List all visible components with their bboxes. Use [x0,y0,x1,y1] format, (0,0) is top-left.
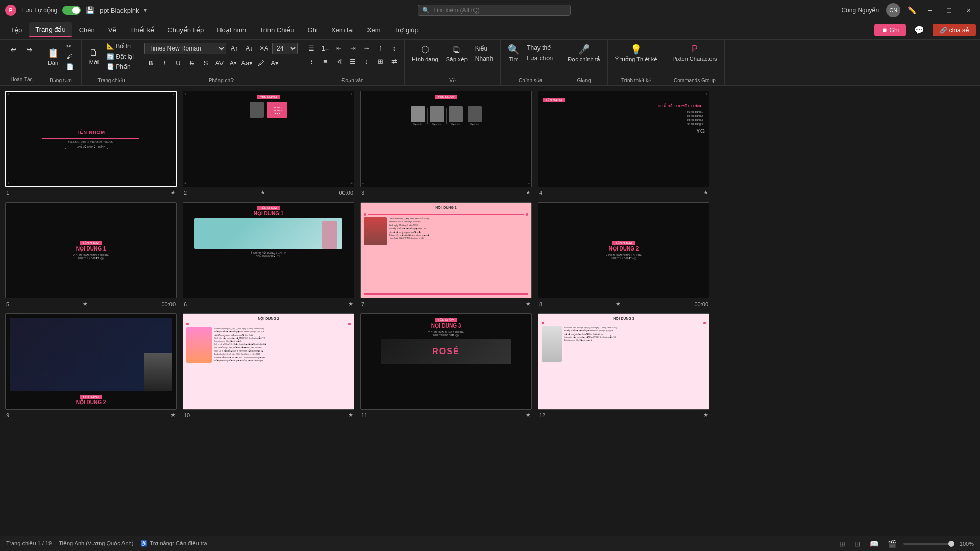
language-info[interactable]: Tiếng Anh (Vương Quốc Anh) [59,540,133,547]
menu-animations[interactable]: Hoạt hình [211,23,252,37]
justify-button[interactable]: ☰ [347,55,359,67]
ideas-button[interactable]: 💡 Ý tưởng Thiết kế [612,42,660,65]
menu-draw[interactable]: Vẽ [102,23,123,37]
menu-record[interactable]: Ghi [302,23,324,37]
char-spacing-button[interactable]: AV [213,57,226,69]
s2-dot-3 [279,113,280,114]
rtl-button[interactable]: ↔ [360,42,373,54]
arrange-button[interactable]: ⧉ Sắp xếp [443,42,471,65]
presenter-view-button[interactable]: 🎬 [886,539,898,549]
select-button[interactable]: Lựa chọn [524,54,556,63]
find-button[interactable]: 🔍 Tìm [505,42,522,64]
autosave-toggle[interactable] [62,6,81,15]
format-painter-button[interactable]: 🖌 [63,52,77,61]
highlight-button[interactable]: 🖊 [255,57,267,69]
shape-button[interactable]: ⬡ Hình dạng [409,42,442,65]
slide-9-meta: 9 ★ [5,412,177,418]
search-bar[interactable]: 🔍 [418,5,571,16]
shadow-button[interactable]: S [200,57,212,69]
reset-button[interactable]: 🔄 Đặt lại [104,52,137,61]
paste-button[interactable]: 📋 Dán [44,45,62,68]
font-size-select[interactable]: 24 [272,43,298,54]
align-left-button[interactable]: ⫶ [305,55,317,67]
strikethrough-button[interactable]: S̶ [186,57,198,69]
s2-card-line2: GROUP 5 [273,109,282,112]
app-icon: P [5,5,16,16]
dictate-button[interactable]: 🎤 Đọc chính tả [565,42,603,65]
reading-view-button[interactable]: 📖 [868,539,880,549]
redo-button[interactable]: ↪ [22,43,36,56]
font-color-button[interactable]: A▾ [227,57,239,69]
menu-design[interactable]: Thiết kế [124,23,160,37]
menu-home[interactable]: Trang đầu [29,22,72,37]
close-button[interactable]: × [963,5,975,15]
text-case-button[interactable]: Aa▾ [241,57,253,69]
ideas-icon: 💡 [630,44,642,55]
menu-transitions[interactable]: Chuyển tiếp [161,23,210,37]
menu-file[interactable]: Tệp [4,23,28,37]
slide-4[interactable]: + + TÊN NHÓM CHỦ ĐỀ THUYẾT TRÌNH 01 Nội … [538,91,709,187]
indent-less-button[interactable]: ⇤ [333,42,345,54]
file-name-chevron[interactable]: ▾ [144,7,147,14]
slide-9[interactable]: TÊN NHÓM NỘI DUNG 2 [5,313,177,410]
numbering-button[interactable]: 1≡ [319,42,331,54]
style-button[interactable]: Kiểu [472,44,496,53]
align-center-button[interactable]: ≡ [319,55,331,67]
search-input[interactable] [433,7,566,14]
menu-insert[interactable]: Chèn [73,23,101,37]
menu-review[interactable]: Xem lại [325,23,360,37]
layout-button[interactable]: 📐 Bố trí [104,42,137,51]
zoom-percent[interactable]: 100% [960,541,974,547]
font-color2-button[interactable]: A▾ [268,57,281,69]
valign-button[interactable]: ↕ [360,55,373,67]
bold-button[interactable]: B [144,57,157,69]
clear-format-button[interactable]: ✕A [257,42,271,55]
indent-more-button[interactable]: ⇥ [347,42,359,54]
bullets-button[interactable]: ☰ [305,42,317,54]
record-button[interactable]: ⏺ Ghi [874,24,906,36]
new-slide-button[interactable]: 🗋 Mới [86,45,102,68]
edit-icon[interactable]: ✏️ [908,6,916,14]
undo-button[interactable]: ↩ [7,43,20,56]
minimize-button[interactable]: − [923,5,936,15]
slide-7[interactable]: NỘI DUNG 1 Lalisa Manoban (Tiếng Thái: ล… [360,202,532,298]
menu-help[interactable]: Trợ giúp [388,23,425,37]
comment-button[interactable]: 💬 [910,23,928,37]
slide-10[interactable]: NỘI DUNG 2 Jennie Kim (Hangul: 김제니); sin… [183,313,354,410]
smart-art-button[interactable]: ⊞ [374,55,386,67]
font-name-select[interactable]: Times New Roman [144,43,226,54]
pixton-button[interactable]: P Pixton Characters [669,42,720,64]
slide-5[interactable]: TÊN NHÓM NỘI DUNG 1 Ý CHÍNH NỘI DUNG 1 G… [5,202,177,298]
copy-button[interactable]: ✂ [63,42,77,51]
restore-button[interactable]: □ [943,5,955,15]
normal-view-button[interactable]: ⊞ [837,539,847,549]
paste-label: Dán [48,60,58,66]
share-button[interactable]: 🔗 chia sẻ [933,24,976,36]
section-button[interactable]: 📑 Phần [104,62,137,71]
save-icon[interactable]: 💾 [86,6,94,14]
slide-11[interactable]: TÊN NHÓM NỘI DUNG 3 Ý CHÍNH NỘI DUNG 1 G… [360,313,532,410]
align-right-button[interactable]: ⫷ [333,55,345,67]
draw-group: ⬡ Hình dạng ⧉ Sắp xếp Kiểu Nhanh Vẽ [405,40,501,85]
slide-2[interactable]: + + + + TÊN NHÓM GROUP 1 GROUP 5 [183,91,354,187]
slide-12[interactable]: NỘI DUNG 3 Roseanne Park (Hangul: 박채영; s… [538,313,709,410]
menu-view[interactable]: Xem [361,23,387,37]
text-dir-button[interactable]: ⇄ [388,55,400,67]
slide-1[interactable]: + × + × TÊN NHÓM THÀNH VIÊN TRONG NHÓM +… [5,91,177,187]
clipboard-small-button[interactable]: 📄 [63,62,77,71]
menu-slideshow[interactable]: Trình Chiếu [253,23,300,37]
zoom-slider[interactable] [903,543,954,545]
underline-button[interactable]: U [172,57,184,69]
font-shrink-button[interactable]: A↓ [242,42,256,55]
quick-button[interactable]: Nhanh [472,54,496,63]
slide-8[interactable]: TÊN NHÓM NỘI DUNG 2 Ý CHÍNH NỘI DUNG 1 G… [538,202,709,298]
slide-sorter-button[interactable]: ⊡ [852,539,863,549]
columns-button[interactable]: ⫿ [374,42,386,54]
slide-3[interactable]: + + + + TÊN NHÓM Họ và tên H [360,91,532,187]
slide-6[interactable]: TÊN NHÓM NỘI DUNG 1 Ý CHÍNH NỘI DUNG 1 G… [183,202,354,298]
italic-button[interactable]: I [158,57,170,69]
font-grow-button[interactable]: A↑ [228,42,241,55]
accessibility-info[interactable]: ♿ Trợ năng: Cần điều tra [140,540,207,547]
line-spacing-button[interactable]: ↕ [388,42,400,54]
replace-button[interactable]: Thay thế [524,43,556,53]
